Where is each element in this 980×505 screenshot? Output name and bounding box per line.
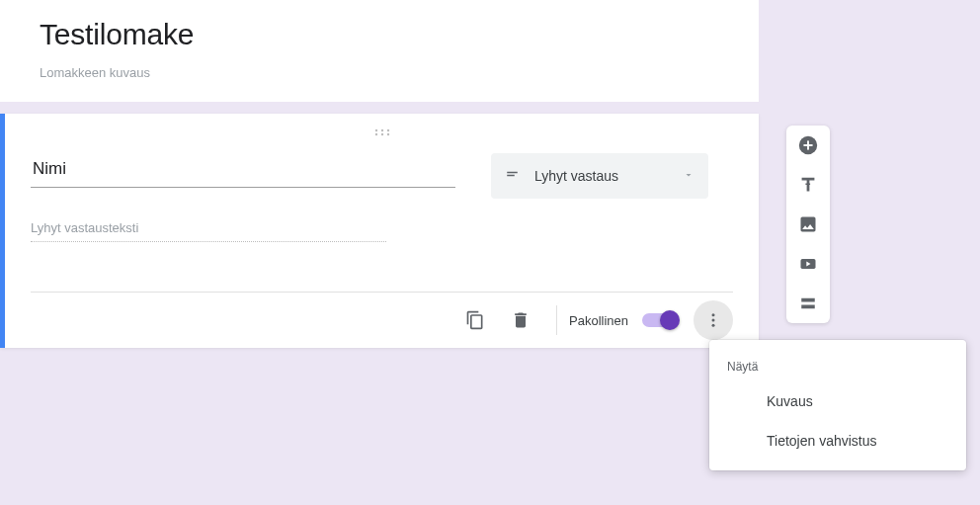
svg-point-9 [712,319,715,322]
short-text-icon [505,165,523,187]
drag-handle-icon[interactable] [31,127,733,145]
svg-point-5 [386,133,388,135]
add-image-button[interactable] [796,212,820,236]
svg-rect-6 [507,172,518,174]
required-toggle[interactable] [642,313,678,327]
duplicate-button[interactable] [455,300,495,340]
add-section-button[interactable] [796,292,820,315]
svg-point-4 [380,133,382,135]
form-title[interactable]: Testilomake [40,18,719,51]
svg-rect-16 [801,305,815,309]
footer-separator [556,305,557,335]
question-title-input[interactable] [31,153,455,188]
question-type-label: Lyhyt vastaus [534,168,671,184]
side-toolbar [786,126,830,323]
dropdown-arrow-icon [683,167,694,185]
delete-button[interactable] [501,300,540,340]
svg-rect-7 [507,175,515,177]
more-options-button[interactable] [694,300,733,340]
toggle-thumb [660,310,680,330]
svg-point-10 [712,324,715,327]
answer-placeholder-text: Lyhyt vastausteksti [31,220,386,242]
svg-point-2 [386,129,388,131]
svg-point-0 [374,129,376,131]
add-title-button[interactable] [796,173,820,197]
svg-rect-13 [803,144,812,146]
form-header: Testilomake Lomakkeen kuvaus [0,0,759,102]
menu-item-validation[interactable]: Tietojen vahvistus [709,421,966,461]
menu-header: Näytä [709,350,966,381]
svg-point-8 [712,313,715,316]
svg-point-1 [380,129,382,131]
question-row: Lyhyt vastaus [31,153,733,199]
question-options-menu: Näytä Kuvaus Tietojen vahvistus [709,340,966,470]
svg-point-3 [374,133,376,135]
question-card: Lyhyt vastaus Lyhyt vastausteksti Pakoll… [0,114,759,348]
svg-rect-15 [801,298,815,302]
card-footer: Pakollinen [31,292,733,348]
menu-item-description[interactable]: Kuvaus [709,381,966,421]
form-description[interactable]: Lomakkeen kuvaus [40,65,719,80]
required-label: Pakollinen [569,313,628,328]
question-type-selector[interactable]: Lyhyt vastaus [491,153,708,199]
add-video-button[interactable] [796,252,820,276]
add-question-button[interactable] [796,133,820,157]
